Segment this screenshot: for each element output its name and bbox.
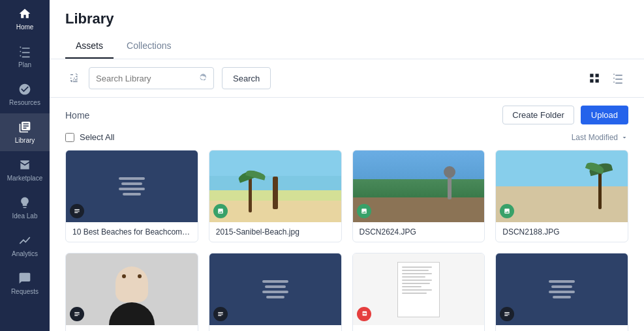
sidebar-label-plan: Plan <box>18 61 31 69</box>
card-1-badge <box>70 204 84 218</box>
card-7-thumb <box>353 253 485 325</box>
content-area: Home Create Folder Upload Select All Las… <box>50 98 644 331</box>
page-header: Library Assets Collections <box>50 0 644 59</box>
action-buttons: Create Folder Upload <box>502 106 628 124</box>
sidebar: Home Plan Resources Library Marketplace … <box>0 0 50 331</box>
sidebar-item-marketplace[interactable]: Marketplace <box>0 151 50 189</box>
select-all-checkbox[interactable] <box>65 133 74 142</box>
grid-view-button[interactable] <box>584 68 605 89</box>
asset-grid: 10 Best Beaches for Beachcombers 2015-Sa… <box>65 150 628 331</box>
sidebar-label-marketplace: Marketplace <box>7 175 42 182</box>
search-button[interactable]: Search <box>222 67 271 89</box>
card-2[interactable]: 2015-Sanibel-Beach.jpg <box>209 150 342 242</box>
card-1[interactable]: 10 Best Beaches for Beachcombers <box>65 150 198 242</box>
doc-icon-8 <box>549 280 575 298</box>
sidebar-label-requests: Requests <box>11 288 38 296</box>
card-7[interactable]: Fields Unification Beta Release FA... <box>352 253 485 331</box>
card-1-thumb <box>66 151 198 222</box>
select-all-label[interactable]: Select All <box>65 132 114 142</box>
sidebar-label-resources: Resources <box>9 99 40 107</box>
card-5-badge <box>70 307 84 321</box>
doc-icon-6 <box>262 280 288 298</box>
card-7-body: Fields Unification Beta Release FA... <box>353 325 485 331</box>
card-8-thumb <box>496 253 628 325</box>
library-icon <box>18 120 32 134</box>
sidebar-item-analytics[interactable]: Analytics <box>0 227 50 265</box>
card-4-badge <box>500 204 514 218</box>
main-content: Library Assets Collections Search <box>50 0 644 331</box>
card-3-badge <box>357 204 371 218</box>
card-8[interactable]: Branded Login Experience <box>495 253 628 331</box>
list-view-button[interactable] <box>607 68 628 89</box>
sort-label-text: Last Modified <box>572 133 618 142</box>
card-3[interactable]: DSCN2624.JPG <box>352 150 485 242</box>
card-2-thumb <box>209 151 341 222</box>
sidebar-item-idea-lab[interactable]: Idea Lab <box>0 189 50 227</box>
breadcrumb: Home <box>65 110 89 121</box>
idea-lab-icon <box>18 195 32 210</box>
card-1-title: 10 Best Beaches for Beachcombers <box>72 227 191 237</box>
toolbar: Search <box>50 59 644 98</box>
card-8-body: Branded Login Experience <box>496 325 628 331</box>
sort-control[interactable]: Last Modified <box>572 133 628 142</box>
search-box <box>89 67 214 89</box>
select-row: Select All Last Modified <box>65 132 628 142</box>
card-3-thumb <box>353 151 485 222</box>
filter-icon[interactable] <box>65 69 84 87</box>
select-all-text: Select All <box>80 132 114 142</box>
card-6-thumb <box>209 253 341 325</box>
card-5-thumb <box>66 253 198 325</box>
sidebar-label-analytics: Analytics <box>12 250 38 258</box>
search-icon <box>194 74 213 83</box>
card-8-badge <box>500 307 514 321</box>
card-6-body: July 2022 <box>209 325 341 331</box>
plan-icon <box>18 44 32 59</box>
tab-assets[interactable]: Assets <box>65 35 114 59</box>
analytics-icon <box>18 233 32 248</box>
view-toggle <box>584 68 628 89</box>
card-4-title: DSCN2188.JPG <box>502 227 621 237</box>
card-3-title: DSCN2624.JPG <box>360 227 478 237</box>
card-7-badge <box>357 307 371 321</box>
upload-button[interactable]: Upload <box>581 106 628 124</box>
card-5-body: Publicis Groupe appoints Jane Lin... <box>66 325 198 331</box>
card-2-badge <box>213 204 228 218</box>
card-4-thumb <box>496 151 628 222</box>
sidebar-label-home: Home <box>16 23 34 31</box>
tab-bar: Assets Collections <box>65 35 628 59</box>
search-input[interactable] <box>89 74 194 83</box>
card-4-body: DSCN2188.JPG <box>496 222 628 242</box>
content-header: Home Create Folder Upload <box>65 106 628 124</box>
sidebar-label-library: Library <box>15 137 35 145</box>
card-3-body: DSCN2624.JPG <box>353 222 485 242</box>
resources-icon <box>18 82 32 96</box>
doc-icon-1 <box>119 177 145 195</box>
card-6-badge <box>213 307 228 321</box>
card-2-title: 2015-Sanibel-Beach.jpg <box>216 227 335 237</box>
sidebar-item-plan[interactable]: Plan <box>0 38 50 76</box>
sidebar-item-requests[interactable]: Requests <box>0 265 50 302</box>
card-5[interactable]: Publicis Groupe appoints Jane Lin... <box>65 253 198 331</box>
card-4[interactable]: DSCN2188.JPG <box>495 150 628 242</box>
create-folder-button[interactable]: Create Folder <box>502 106 574 124</box>
home-icon <box>18 7 32 21</box>
doc-page-inner <box>397 262 440 317</box>
sidebar-label-idea-lab: Idea Lab <box>12 212 38 220</box>
tab-collections[interactable]: Collections <box>116 35 181 59</box>
sidebar-item-home[interactable]: Home <box>0 0 50 38</box>
sidebar-item-resources[interactable]: Resources <box>0 76 50 113</box>
page-title: Library <box>65 10 628 27</box>
card-1-body: 10 Best Beaches for Beachcombers <box>66 222 198 242</box>
sidebar-item-library[interactable]: Library <box>0 113 50 151</box>
card-2-body: 2015-Sanibel-Beach.jpg <box>209 222 341 242</box>
card-6[interactable]: July 2022 <box>209 253 342 331</box>
requests-icon <box>18 271 32 285</box>
marketplace-icon <box>18 158 32 172</box>
